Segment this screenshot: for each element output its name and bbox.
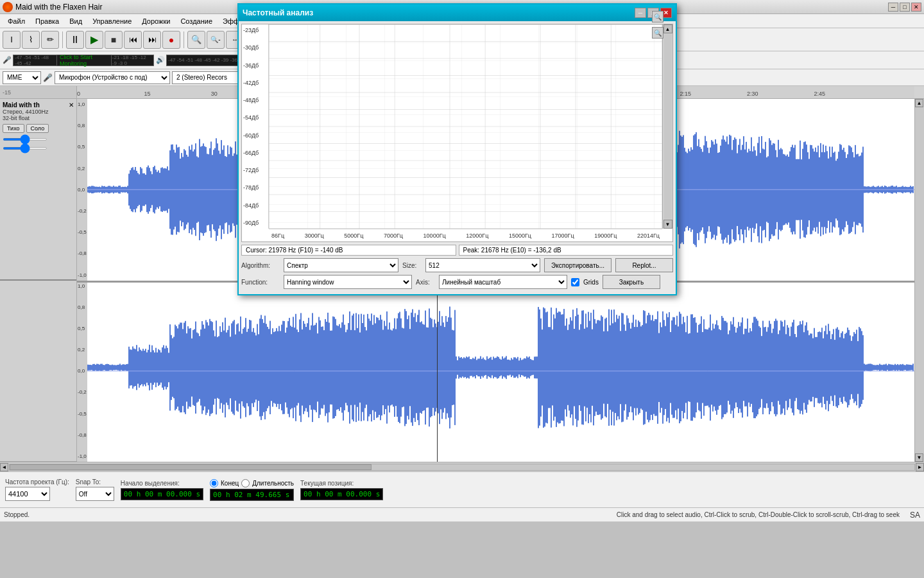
- input-device-select[interactable]: Микрофон (Устройство с под): [55, 71, 170, 84]
- track1-buttons: Тихо Соло: [3, 124, 74, 133]
- dialog-minimize-button[interactable]: ─: [635, 8, 646, 18]
- stop-button[interactable]: ■: [105, 31, 123, 49]
- menu-tracks[interactable]: Дорожки: [137, 14, 175, 28]
- track1-solo-button[interactable]: Соло: [26, 124, 49, 133]
- close-button[interactable]: ✕: [911, 3, 921, 12]
- horizontal-scroll-track[interactable]: [9, 464, 915, 471]
- size-label: Size:: [402, 262, 422, 269]
- end-radio[interactable]: [210, 479, 218, 487]
- algorithm-row: Algorithm: Спектр Size: 512 Экспортирова…: [241, 258, 673, 272]
- track1-pan-slider[interactable]: [3, 147, 47, 150]
- horizontal-scrollbar[interactable]: ◄ ►: [0, 462, 924, 471]
- snap-to-select[interactable]: Off: [76, 487, 114, 501]
- horizontal-scroll-thumb[interactable]: [10, 464, 372, 470]
- snap-to-label: Snap To:: [76, 478, 114, 486]
- scroll-track[interactable]: [915, 107, 924, 453]
- yaxis-label-5: -54Дб: [243, 114, 267, 121]
- close-button[interactable]: Закрыть: [603, 275, 660, 289]
- end-radio-group: Конец Длительность: [210, 479, 294, 487]
- current-pos-value: 00 h 00 m 00.000 s: [304, 490, 380, 498]
- yaxis-label-4: -48Дб: [243, 97, 267, 103]
- scroll-right-button[interactable]: ►: [916, 463, 924, 471]
- vertical-scrollbar[interactable]: ▲ ▼: [914, 99, 924, 462]
- peak-info-text: Peak: 21678 Hz (E10) = -136,2 dB: [463, 247, 561, 254]
- ruler-mark-15: 15: [144, 91, 150, 97]
- chart-scroll-track[interactable]: [664, 34, 672, 219]
- project-rate-label: Частота проекта (Гц):: [5, 478, 69, 486]
- chart-zoom-icons: 🔍 🔍: [651, 26, 662, 40]
- menu-create[interactable]: Создание: [175, 14, 218, 28]
- left-meter-section: 🎤 -47 -54 -51 -48 -45 -42 Click to Start…: [3, 55, 154, 66]
- track1-format: Стерео, 44100Hz: [3, 109, 74, 115]
- selection-end-value: 00 h 02 m 49.665 s: [213, 491, 289, 499]
- play-button[interactable]: ▶: [85, 31, 103, 49]
- toolbar-separator-2: [184, 31, 184, 48]
- input-level-meter: -47 -54 -51 -48 -45 -42 Click to Start M…: [13, 55, 154, 66]
- zoom-out-button[interactable]: 🔍-: [207, 31, 225, 49]
- ruler-mark-245: 2:45: [814, 91, 825, 97]
- scroll-down-button[interactable]: ▼: [915, 453, 923, 462]
- track1-gain-slider[interactable]: [3, 138, 47, 141]
- axis-select[interactable]: Линейный масштаб: [439, 275, 567, 289]
- frequency-analysis-dialog: Частотный анализ ─ □ ✕ -23Дб -30Дб -36Дб…: [237, 3, 677, 295]
- track1-header: Maid with th ✕ Стерео, 44100Hz 32-bit fl…: [0, 99, 76, 281]
- track1-mute-button[interactable]: Тихо: [3, 124, 24, 133]
- selection-start-value: 00 h 00 m 00.000 s: [124, 490, 200, 498]
- menu-view[interactable]: Вид: [64, 14, 87, 28]
- chart-zoom-out-icon[interactable]: 🔍: [652, 11, 663, 22]
- function-select[interactable]: Hanning window: [284, 275, 412, 289]
- minimize-button[interactable]: ─: [888, 3, 898, 12]
- track1-pan-label: [3, 144, 74, 151]
- project-rate-field: Частота проекта (Гц): 44100: [5, 478, 69, 501]
- driver-select[interactable]: MME: [3, 71, 41, 84]
- record-button[interactable]: ●: [162, 31, 180, 49]
- envelope-tool-button[interactable]: ⌇: [22, 31, 40, 49]
- replot-button[interactable]: Replot...: [615, 258, 673, 272]
- chart-zoom-in-icon[interactable]: 🔍: [652, 27, 663, 39]
- rewind-button[interactable]: ⏮: [124, 31, 142, 49]
- grids-checkbox[interactable]: [571, 278, 579, 286]
- waveform-yaxis-1: 1,0 0,8 0,5 0,2 0,0 -0,2 -0,5 -0,8 -1,0: [77, 99, 87, 281]
- export-button[interactable]: Экспортировать...: [544, 258, 612, 272]
- draw-tool-button[interactable]: ✏: [41, 31, 59, 49]
- fast-forward-button[interactable]: ⏭: [143, 31, 161, 49]
- xaxis-22014hz: 22014Гц: [637, 232, 660, 239]
- current-pos-field: Текущая позиция: 00 h 00 m 00.000 s: [300, 480, 383, 500]
- end-radio-label: Конец: [221, 480, 239, 487]
- menu-edit[interactable]: Правка: [30, 14, 64, 28]
- function-label: Function:: [241, 279, 280, 286]
- scroll-up-button[interactable]: ▲: [915, 99, 923, 107]
- algorithm-select[interactable]: Спектр: [284, 258, 398, 272]
- chart-vertical-scrollbar[interactable]: ▲ ▼: [662, 24, 672, 229]
- track1-bitdepth: 32-bit float: [3, 115, 74, 121]
- speaker-meter-icon: 🔊: [156, 56, 165, 64]
- yaxis-label-11: -90Дб: [243, 220, 267, 226]
- start-monitoring-button[interactable]: Click to Start Monitoring: [56, 55, 112, 66]
- size-select[interactable]: 512: [425, 258, 540, 272]
- dialog-title: Частотный анализ: [243, 8, 313, 17]
- chart-scroll-down[interactable]: ▼: [663, 220, 672, 229]
- selection-start-field: Начало выделения: 00 h 00 m 00.000 s: [121, 480, 203, 500]
- ruler-mark-30: 30: [211, 91, 218, 97]
- xaxis-10000hz: 10000Гц: [424, 232, 446, 239]
- project-rate-select[interactable]: 44100: [5, 487, 50, 501]
- menu-manage[interactable]: Управление: [87, 14, 137, 28]
- selection-tool-button[interactable]: I: [3, 31, 21, 49]
- xaxis-17000hz: 17000Гц: [552, 232, 574, 239]
- ruler-mark-215: 2:15: [680, 91, 692, 97]
- duration-radio[interactable]: [241, 479, 250, 487]
- chart-svg-container[interactable]: [269, 24, 662, 229]
- grids-checkbox-label: Grids: [571, 278, 599, 286]
- menu-file[interactable]: Файл: [3, 14, 30, 28]
- pause-button[interactable]: ⏸: [66, 31, 84, 49]
- cursor-peak-row: Cursor: 21978 Hz (F10) = -140 dB Peak: 2…: [241, 245, 673, 256]
- scroll-left-button[interactable]: ◄: [0, 463, 8, 471]
- zoom-in-button[interactable]: 🔍: [187, 31, 205, 49]
- toolbar-separator-1: [62, 31, 63, 48]
- frequency-chart-svg: [269, 24, 662, 229]
- chart-scroll-up[interactable]: ▲: [663, 24, 672, 33]
- track-close-icon[interactable]: ✕: [69, 101, 74, 109]
- window-title: Maid with the Flaxen Hair: [15, 3, 102, 12]
- yaxis-label-7: -66Дб: [243, 150, 267, 156]
- maximize-button[interactable]: □: [900, 3, 910, 12]
